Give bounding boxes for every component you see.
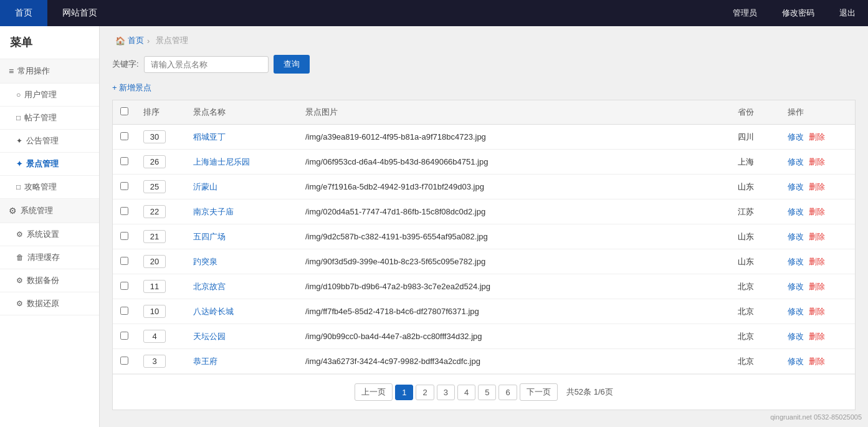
sidebar-item-scenic-label: 景点管理 <box>26 158 59 170</box>
row-action-cell: 修改 删除 <box>780 199 855 224</box>
sidebar-item-clear-cache[interactable]: 🗑 清理缓存 <box>0 246 99 269</box>
row-province-cell: 山东 <box>730 224 780 249</box>
delete-link[interactable]: 删除 <box>809 132 825 142</box>
row-order-cell: 21 <box>136 224 186 249</box>
delete-link[interactable]: 删除 <box>809 182 825 191</box>
scenic-img-path: /img/90f3d5d9-399e-401b-8c23-5f65c095e78… <box>305 257 485 266</box>
select-all-checkbox[interactable] <box>120 107 128 115</box>
row-name-cell: 稻城亚丁 <box>186 125 298 150</box>
scenic-name-link[interactable]: 稻城亚丁 <box>193 132 226 142</box>
row-checkbox-6[interactable] <box>120 282 128 290</box>
edit-link[interactable]: 修改 <box>788 307 804 316</box>
scenic-img-path: /img/90b99cc0-ba4d-44e7-a82b-cc80fff34d3… <box>305 332 482 341</box>
row-action-cell: 修改 删除 <box>780 224 855 249</box>
row-province-cell: 四川 <box>730 125 780 150</box>
breadcrumb-home[interactable]: 首页 <box>128 35 144 46</box>
page-btn-2[interactable]: 2 <box>416 385 434 400</box>
scenic-name-link[interactable]: 南京夫子庙 <box>193 207 234 216</box>
edit-link[interactable]: 修改 <box>788 182 804 191</box>
sidebar-item-announcement-label: 公告管理 <box>26 135 59 146</box>
edit-link[interactable]: 修改 <box>788 357 804 366</box>
row-checkbox-0[interactable] <box>120 132 128 140</box>
scenic-name-link[interactable]: 上海迪士尼乐园 <box>193 157 250 166</box>
row-province-cell: 北京 <box>730 349 780 374</box>
delete-link[interactable]: 删除 <box>809 257 825 266</box>
row-action-cell: 修改 删除 <box>780 125 855 150</box>
search-input[interactable] <box>144 56 269 73</box>
row-img-cell: /img/a39ea819-6012-4f95-b81a-a9f718bc472… <box>298 125 730 150</box>
delete-link[interactable]: 删除 <box>809 307 825 316</box>
sidebar-item-post[interactable]: □ 帖子管理 <box>0 107 99 130</box>
announcement-icon: ✦ <box>16 137 22 145</box>
sidebar-item-restore[interactable]: ⚙ 数据还原 <box>0 292 99 315</box>
row-check-cell <box>113 324 136 349</box>
row-order-cell: 4 <box>136 324 186 349</box>
nav-logout[interactable]: 退出 <box>827 0 868 26</box>
order-value: 22 <box>143 205 166 218</box>
scenic-name-link[interactable]: 天坛公园 <box>193 332 226 341</box>
scenic-name-link[interactable]: 北京故宫 <box>193 282 226 291</box>
row-checkbox-1[interactable] <box>120 157 128 165</box>
edit-link[interactable]: 修改 <box>788 132 804 142</box>
nav-item-home[interactable]: 首页 <box>0 0 47 26</box>
breadcrumb-current: 景点管理 <box>156 35 188 46</box>
delete-link[interactable]: 删除 <box>809 232 825 241</box>
edit-link[interactable]: 修改 <box>788 257 804 266</box>
scenic-name-link[interactable]: 沂蒙山 <box>193 182 217 191</box>
edit-link[interactable]: 修改 <box>788 332 804 341</box>
row-checkbox-2[interactable] <box>120 182 128 190</box>
sidebar-item-guide-label: 攻略管理 <box>24 181 57 193</box>
sidebar-group-system-label: 系统管理 <box>21 205 53 216</box>
table-row: 26 上海迪士尼乐园 /img/06f953cd-d6a4-4b95-b43d-… <box>113 150 855 175</box>
order-value: 3 <box>143 355 166 368</box>
row-checkbox-3[interactable] <box>120 207 128 215</box>
row-name-cell: 恭王府 <box>186 349 298 374</box>
page-btn-6[interactable]: 6 <box>498 385 517 400</box>
nav-item-website[interactable]: 网站首页 <box>47 0 112 26</box>
sidebar-item-scenic[interactable]: ✦ 景点管理 <box>0 153 99 176</box>
scenic-name-link[interactable]: 五四广场 <box>193 232 226 241</box>
prev-page-button[interactable]: 上一页 <box>355 383 393 401</box>
delete-link[interactable]: 删除 <box>809 157 825 166</box>
sidebar-item-guide[interactable]: □ 攻略管理 <box>0 176 99 199</box>
scenic-name-link[interactable]: 八达岭长城 <box>193 307 234 316</box>
next-page-button[interactable]: 下一页 <box>520 383 558 401</box>
row-checkbox-9[interactable] <box>120 357 128 365</box>
row-checkbox-4[interactable] <box>120 232 128 240</box>
sidebar-item-announcement[interactable]: ✦ 公告管理 <box>0 130 99 153</box>
row-check-cell <box>113 199 136 224</box>
add-scenic-button[interactable]: + 新增景点 <box>112 82 151 94</box>
row-img-cell: /img/06f953cd-d6a4-4b95-b43d-8649066b475… <box>298 150 730 175</box>
row-checkbox-5[interactable] <box>120 257 128 265</box>
page-btn-4[interactable]: 4 <box>457 385 475 400</box>
page-btn-5[interactable]: 5 <box>478 385 496 400</box>
delete-link[interactable]: 删除 <box>809 357 825 366</box>
edit-link[interactable]: 修改 <box>788 207 804 216</box>
edit-link[interactable]: 修改 <box>788 282 804 291</box>
restore-icon: ⚙ <box>16 299 23 308</box>
table-row: 30 稻城亚丁 /img/a39ea819-6012-4f95-b81a-a9f… <box>113 125 855 150</box>
scenic-name-link[interactable]: 恭王府 <box>193 357 217 366</box>
sidebar-group-system[interactable]: ⚙ 系统管理 <box>0 199 99 223</box>
sidebar-item-backup[interactable]: ⚙ 数据备份 <box>0 269 99 292</box>
nav-change-password[interactable]: 修改密码 <box>770 0 827 26</box>
sidebar-group-common-label: 常用操作 <box>17 65 50 77</box>
delete-link[interactable]: 删除 <box>809 207 825 216</box>
sidebar-item-system-settings[interactable]: ⚙ 系统设置 <box>0 223 99 246</box>
scenic-name-link[interactable]: 趵突泉 <box>193 257 217 266</box>
page-btn-1[interactable]: 1 <box>395 385 413 400</box>
row-checkbox-8[interactable] <box>120 332 128 340</box>
edit-link[interactable]: 修改 <box>788 232 804 241</box>
page-btn-3[interactable]: 3 <box>437 385 455 400</box>
delete-link[interactable]: 删除 <box>809 332 825 341</box>
delete-link[interactable]: 删除 <box>809 282 825 291</box>
sidebar-group-common[interactable]: ≡ 常用操作 <box>0 59 99 84</box>
edit-link[interactable]: 修改 <box>788 157 804 166</box>
search-button[interactable]: 查询 <box>274 55 310 74</box>
row-check-cell <box>113 349 136 374</box>
row-action-cell: 修改 删除 <box>780 299 855 324</box>
sidebar-item-user[interactable]: ○ 用户管理 <box>0 84 99 107</box>
top-nav-left: 首页 网站首页 <box>0 0 112 26</box>
row-checkbox-7[interactable] <box>120 307 128 315</box>
row-province-cell: 北京 <box>730 299 780 324</box>
